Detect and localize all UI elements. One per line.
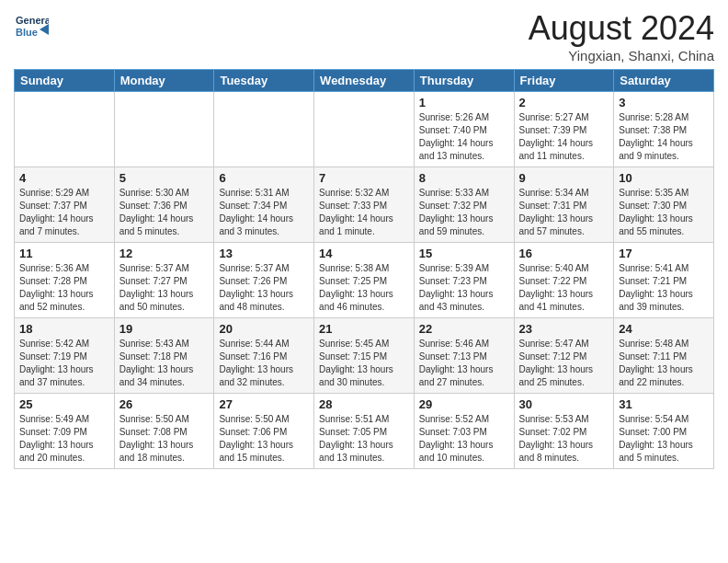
month-title: August 2024 — [529, 9, 714, 48]
calendar-cell: 19Sunrise: 5:43 AM Sunset: 7:18 PM Dayli… — [114, 318, 214, 394]
day-info: Sunrise: 5:27 AM Sunset: 7:39 PM Dayligh… — [519, 111, 609, 163]
calendar-cell: 31Sunrise: 5:54 AM Sunset: 7:00 PM Dayli… — [614, 394, 714, 469]
day-info: Sunrise: 5:34 AM Sunset: 7:31 PM Dayligh… — [519, 187, 609, 238]
calendar-header-row: Sunday Monday Tuesday Wednesday Thursday… — [15, 70, 714, 92]
day-number: 27 — [219, 397, 309, 411]
calendar-cell — [114, 92, 214, 167]
calendar-table: Sunday Monday Tuesday Wednesday Thursday… — [14, 69, 714, 469]
day-number: 1 — [419, 96, 509, 109]
calendar-cell: 14Sunrise: 5:38 AM Sunset: 7:25 PM Dayli… — [314, 243, 415, 318]
day-number: 17 — [619, 247, 709, 260]
col-thursday: Thursday — [414, 70, 514, 92]
day-number: 31 — [619, 397, 709, 411]
col-monday: Monday — [114, 70, 214, 92]
day-info: Sunrise: 5:45 AM Sunset: 7:15 PM Dayligh… — [319, 338, 409, 389]
svg-text:Blue: Blue — [16, 27, 38, 38]
day-number: 13 — [219, 247, 309, 260]
day-number: 22 — [419, 322, 509, 336]
day-number: 28 — [319, 397, 409, 411]
week-row-4: 25Sunrise: 5:49 AM Sunset: 7:09 PM Dayli… — [15, 394, 714, 469]
day-number: 4 — [19, 171, 109, 185]
day-info: Sunrise: 5:43 AM Sunset: 7:18 PM Dayligh… — [119, 338, 210, 389]
day-info: Sunrise: 5:28 AM Sunset: 7:38 PM Dayligh… — [619, 111, 709, 163]
calendar-cell: 12Sunrise: 5:37 AM Sunset: 7:27 PM Dayli… — [114, 243, 214, 318]
day-info: Sunrise: 5:53 AM Sunset: 7:02 PM Dayligh… — [519, 413, 609, 465]
day-number: 2 — [519, 96, 609, 109]
day-info: Sunrise: 5:46 AM Sunset: 7:13 PM Dayligh… — [419, 338, 509, 389]
day-number: 16 — [519, 247, 609, 260]
calendar-cell — [214, 92, 314, 167]
calendar-cell: 28Sunrise: 5:51 AM Sunset: 7:05 PM Dayli… — [314, 394, 415, 469]
day-number: 15 — [419, 247, 509, 260]
calendar-cell: 3Sunrise: 5:28 AM Sunset: 7:38 PM Daylig… — [614, 92, 714, 167]
day-number: 5 — [119, 171, 210, 185]
calendar-cell: 2Sunrise: 5:27 AM Sunset: 7:39 PM Daylig… — [514, 92, 614, 167]
day-number: 19 — [119, 322, 210, 336]
day-number: 11 — [19, 247, 109, 260]
day-info: Sunrise: 5:41 AM Sunset: 7:21 PM Dayligh… — [619, 262, 709, 314]
col-tuesday: Tuesday — [214, 70, 314, 92]
week-row-1: 4Sunrise: 5:29 AM Sunset: 7:37 PM Daylig… — [15, 167, 714, 243]
day-number: 20 — [219, 322, 309, 336]
calendar-cell: 8Sunrise: 5:33 AM Sunset: 7:32 PM Daylig… — [414, 167, 514, 243]
day-number: 8 — [419, 171, 509, 185]
day-number: 3 — [619, 96, 709, 109]
day-number: 23 — [519, 322, 609, 336]
day-info: Sunrise: 5:37 AM Sunset: 7:26 PM Dayligh… — [219, 262, 309, 314]
calendar-cell: 10Sunrise: 5:35 AM Sunset: 7:30 PM Dayli… — [614, 167, 714, 243]
calendar-cell: 15Sunrise: 5:39 AM Sunset: 7:23 PM Dayli… — [414, 243, 514, 318]
day-number: 14 — [319, 247, 409, 260]
day-number: 6 — [219, 171, 309, 185]
calendar-cell — [314, 92, 415, 167]
calendar-cell: 26Sunrise: 5:50 AM Sunset: 7:08 PM Dayli… — [114, 394, 214, 469]
day-info: Sunrise: 5:54 AM Sunset: 7:00 PM Dayligh… — [619, 413, 709, 465]
day-number: 25 — [19, 397, 109, 411]
day-number: 21 — [319, 322, 409, 336]
calendar-cell: 27Sunrise: 5:50 AM Sunset: 7:06 PM Dayli… — [214, 394, 314, 469]
day-number: 7 — [319, 171, 409, 185]
day-number: 18 — [19, 322, 109, 336]
day-number: 10 — [619, 171, 709, 185]
calendar-cell: 20Sunrise: 5:44 AM Sunset: 7:16 PM Dayli… — [214, 318, 314, 394]
col-saturday: Saturday — [614, 70, 714, 92]
day-info: Sunrise: 5:52 AM Sunset: 7:03 PM Dayligh… — [419, 413, 509, 465]
day-info: Sunrise: 5:48 AM Sunset: 7:11 PM Dayligh… — [619, 338, 709, 389]
calendar-cell: 16Sunrise: 5:40 AM Sunset: 7:22 PM Dayli… — [514, 243, 614, 318]
calendar-cell: 25Sunrise: 5:49 AM Sunset: 7:09 PM Dayli… — [15, 394, 115, 469]
calendar-cell: 13Sunrise: 5:37 AM Sunset: 7:26 PM Dayli… — [214, 243, 314, 318]
week-row-3: 18Sunrise: 5:42 AM Sunset: 7:19 PM Dayli… — [15, 318, 714, 394]
day-info: Sunrise: 5:50 AM Sunset: 7:06 PM Dayligh… — [219, 413, 309, 465]
logo: General Blue — [14, 9, 49, 44]
calendar-cell: 23Sunrise: 5:47 AM Sunset: 7:12 PM Dayli… — [514, 318, 614, 394]
day-info: Sunrise: 5:39 AM Sunset: 7:23 PM Dayligh… — [419, 262, 509, 314]
calendar-cell: 24Sunrise: 5:48 AM Sunset: 7:11 PM Dayli… — [614, 318, 714, 394]
page-container: General Blue August 2024 Yingxian, Shanx… — [0, 0, 728, 478]
svg-text:General: General — [16, 15, 49, 26]
calendar-cell: 11Sunrise: 5:36 AM Sunset: 7:28 PM Dayli… — [15, 243, 115, 318]
page-header: General Blue August 2024 Yingxian, Shanx… — [14, 9, 714, 63]
week-row-2: 11Sunrise: 5:36 AM Sunset: 7:28 PM Dayli… — [15, 243, 714, 318]
day-info: Sunrise: 5:40 AM Sunset: 7:22 PM Dayligh… — [519, 262, 609, 314]
week-row-0: 1Sunrise: 5:26 AM Sunset: 7:40 PM Daylig… — [15, 92, 714, 167]
day-number: 30 — [519, 397, 609, 411]
calendar-cell: 22Sunrise: 5:46 AM Sunset: 7:13 PM Dayli… — [414, 318, 514, 394]
calendar-cell — [15, 92, 115, 167]
col-sunday: Sunday — [15, 70, 115, 92]
day-info: Sunrise: 5:51 AM Sunset: 7:05 PM Dayligh… — [319, 413, 409, 465]
day-info: Sunrise: 5:47 AM Sunset: 7:12 PM Dayligh… — [519, 338, 609, 389]
day-info: Sunrise: 5:26 AM Sunset: 7:40 PM Dayligh… — [419, 111, 509, 163]
calendar-cell: 5Sunrise: 5:30 AM Sunset: 7:36 PM Daylig… — [114, 167, 214, 243]
calendar-cell: 1Sunrise: 5:26 AM Sunset: 7:40 PM Daylig… — [414, 92, 514, 167]
day-info: Sunrise: 5:49 AM Sunset: 7:09 PM Dayligh… — [19, 413, 109, 465]
calendar-cell: 17Sunrise: 5:41 AM Sunset: 7:21 PM Dayli… — [614, 243, 714, 318]
col-friday: Friday — [514, 70, 614, 92]
day-number: 12 — [119, 247, 210, 260]
day-info: Sunrise: 5:32 AM Sunset: 7:33 PM Dayligh… — [319, 187, 409, 238]
calendar-cell: 9Sunrise: 5:34 AM Sunset: 7:31 PM Daylig… — [514, 167, 614, 243]
day-info: Sunrise: 5:31 AM Sunset: 7:34 PM Dayligh… — [219, 187, 309, 238]
title-section: August 2024 Yingxian, Shanxi, China — [529, 9, 714, 63]
day-info: Sunrise: 5:33 AM Sunset: 7:32 PM Dayligh… — [419, 187, 509, 238]
calendar-cell: 30Sunrise: 5:53 AM Sunset: 7:02 PM Dayli… — [514, 394, 614, 469]
calendar-cell: 6Sunrise: 5:31 AM Sunset: 7:34 PM Daylig… — [214, 167, 314, 243]
day-info: Sunrise: 5:36 AM Sunset: 7:28 PM Dayligh… — [19, 262, 109, 314]
